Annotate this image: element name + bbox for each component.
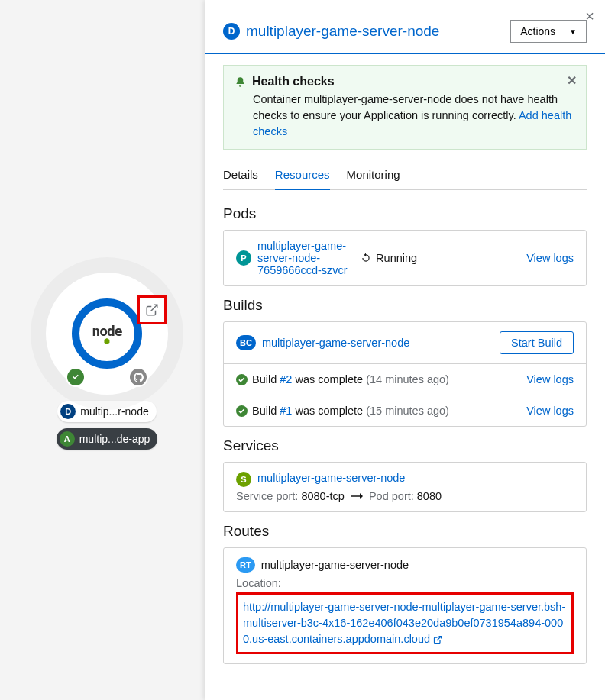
tab-monitoring[interactable]: Monitoring — [347, 162, 400, 189]
view-logs-link[interactable]: View logs — [526, 252, 574, 264]
service-port-label: Service port: — [236, 490, 301, 502]
buildconfig-badge-icon: BC — [236, 335, 256, 350]
section-services-title: Services — [223, 437, 587, 454]
open-url-icon[interactable] — [145, 303, 159, 317]
alert-body-text: Container multiplayer-game-server-node d… — [253, 93, 558, 121]
tab-resources[interactable]: Resources — [275, 162, 330, 190]
bell-icon — [235, 76, 246, 88]
route-location-label: Location: — [236, 577, 574, 589]
pod-name-link[interactable]: multiplayer-game-server-node-7659666ccd-… — [257, 240, 354, 276]
pod-status: Running — [361, 252, 417, 264]
actions-dropdown[interactable]: Actions ▼ — [510, 20, 587, 43]
service-name-link[interactable]: multiplayer-game-server-node — [257, 472, 405, 484]
build-prefix: Build — [252, 405, 280, 417]
external-link-icon — [433, 635, 442, 644]
route-name-link[interactable]: multiplayer-game-server-node — [261, 559, 409, 571]
alert-close-icon[interactable]: ✕ — [567, 73, 577, 88]
pod-ring[interactable]: node ⬢ — [72, 298, 142, 369]
panel-title[interactable]: multiplayer-game-server-node — [246, 23, 439, 40]
application-label[interactable]: A multip...de-app — [57, 428, 158, 450]
view-logs-link[interactable]: View logs — [526, 373, 574, 385]
deployment-badge-icon: D — [223, 23, 240, 40]
build-suffix: was complete — [292, 405, 366, 417]
build-status-decorator[interactable] — [67, 369, 84, 385]
panel-header: D multiplayer-game-server-node Actions ▼ — [205, 0, 605, 54]
build-time: (15 minutes ago) — [366, 405, 449, 417]
node-logo: node ⬢ — [92, 323, 121, 345]
route-url-link[interactable]: http://multiplayer-game-server-node-mult… — [243, 601, 565, 645]
health-check-alert: Health checks ✕ Container multiplayer-ga… — [223, 65, 587, 150]
svg-line-3 — [437, 637, 442, 641]
view-logs-link[interactable]: View logs — [526, 405, 574, 417]
section-pods-title: Pods — [223, 205, 587, 222]
build-time: (14 minutes ago) — [366, 373, 449, 385]
open-url-highlight — [138, 295, 167, 324]
tab-details[interactable]: Details — [223, 162, 258, 189]
source-decorator[interactable] — [130, 369, 147, 385]
pod-port-value: 8080 — [417, 490, 442, 502]
deployment-label[interactable]: D multip...r-node — [57, 401, 156, 422]
d-badge-icon: D — [60, 404, 76, 419]
route-badge-icon: RT — [236, 557, 255, 573]
service-port-value: 8080-tcp — [301, 490, 344, 502]
arrow-right-icon — [351, 490, 366, 502]
caret-down-icon: ▼ — [569, 27, 577, 36]
topology-canvas: node ⬢ D multip...r-node A multi — [0, 0, 205, 700]
svg-line-0 — [151, 305, 157, 311]
side-panel: × D multiplayer-game-server-node Actions… — [205, 0, 605, 700]
check-circle-icon — [236, 405, 247, 417]
close-icon[interactable]: × — [585, 8, 594, 25]
section-builds-title: Builds — [223, 297, 587, 314]
services-card: S multiplayer-game-server-node Service p… — [223, 462, 587, 512]
pod-port-label: Pod port: — [369, 490, 417, 502]
builds-card: BC multiplayer-game-server-node Start Bu… — [223, 321, 587, 427]
build-suffix: was complete — [292, 373, 366, 385]
build-number-link[interactable]: #1 — [280, 405, 292, 417]
alert-title: Health checks — [252, 75, 335, 89]
topology-node[interactable]: node ⬢ D multip...r-node A multi — [46, 273, 168, 450]
tabs: Details Resources Monitoring — [223, 162, 587, 190]
build-number-link[interactable]: #2 — [280, 373, 292, 385]
pods-card: P multiplayer-game-server-node-7659666cc… — [223, 230, 587, 286]
a-badge-icon: A — [60, 431, 75, 447]
check-circle-icon — [236, 374, 247, 385]
build-prefix: Build — [252, 373, 280, 385]
section-routes-title: Routes — [223, 523, 587, 540]
start-build-button[interactable]: Start Build — [500, 331, 574, 354]
pod-badge-icon: P — [236, 250, 251, 266]
service-badge-icon: S — [236, 472, 251, 487]
route-url-highlight: http://multiplayer-game-server-node-mult… — [236, 592, 574, 654]
sync-icon — [361, 253, 371, 263]
buildconfig-name-link[interactable]: multiplayer-game-server-node — [262, 337, 409, 349]
routes-card: RT multiplayer-game-server-node Location… — [223, 547, 587, 664]
